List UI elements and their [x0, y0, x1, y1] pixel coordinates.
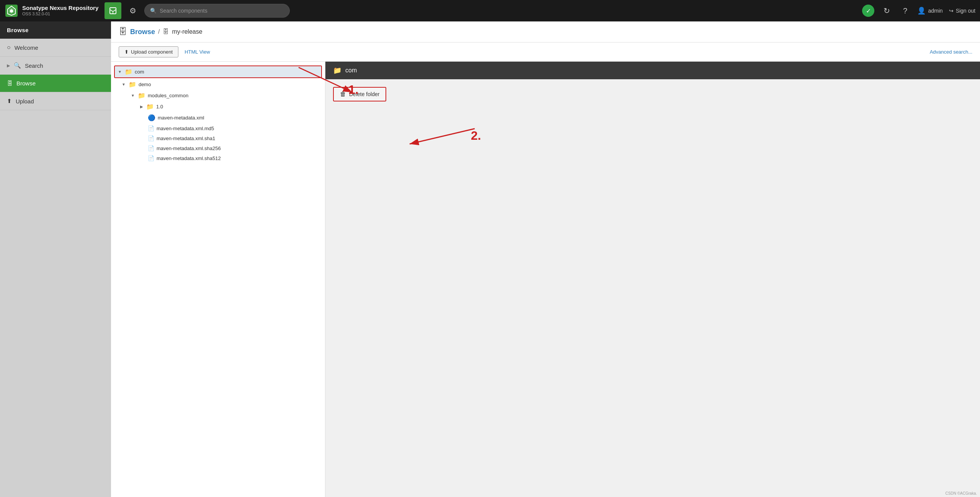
- system-status-icon: ✓: [862, 5, 874, 17]
- tree-label-maven-metadata-sha1: maven-metadata.xml.sha1: [157, 136, 215, 141]
- sidebar-item-browse[interactable]: 🗄 Browse: [0, 75, 111, 92]
- sidebar-upload-label: Upload: [16, 98, 34, 105]
- html-view-link[interactable]: HTML View: [185, 49, 210, 55]
- sidebar-item-search[interactable]: ▶ 🔍 Search: [0, 57, 111, 75]
- box-icon: [109, 7, 117, 15]
- breadcrumb-browse-link[interactable]: Browse: [130, 28, 155, 36]
- brand-title: Sonatype Nexus Repository: [22, 5, 98, 11]
- user-area[interactable]: 👤 admin: [917, 7, 942, 15]
- help-button[interactable]: ?: [899, 5, 911, 17]
- tree-label-maven-metadata-sha256: maven-metadata.xml.sha256: [157, 146, 221, 151]
- file-icon-md5: 📄: [148, 125, 154, 131]
- file-icon-sha512: 📄: [148, 155, 154, 161]
- topnav: Sonatype Nexus Repository OSS 3.52.0-01 …: [0, 0, 980, 21]
- breadcrumb-current-repo: my-release: [172, 28, 202, 35]
- tree-item-modules-common[interactable]: ▼ 📁 modules_common: [111, 90, 325, 101]
- sidebar-header: Browse: [0, 21, 111, 39]
- sonatype-logo-icon: [5, 4, 18, 18]
- file-icon-sha1: 📄: [148, 135, 154, 141]
- sidebar-browse-label: Browse: [16, 80, 36, 87]
- expand-tri-1-0: ▶: [140, 105, 143, 109]
- advanced-search-link[interactable]: Advanced search...: [930, 49, 972, 55]
- tree-label-com: com: [135, 69, 144, 75]
- username-label: admin: [928, 8, 942, 14]
- brand-text: Sonatype Nexus Repository OSS 3.52.0-01: [22, 5, 98, 16]
- search-icon: 🔍: [150, 8, 157, 14]
- tree-item-demo[interactable]: ▼ 📁 demo: [111, 79, 325, 90]
- folder-icon-modules: 📁: [138, 92, 145, 99]
- tree-item-maven-metadata-md5[interactable]: 📄 maven-metadata.xml.md5: [111, 123, 325, 133]
- search-nav-icon: 🔍: [14, 62, 21, 69]
- expand-tri-modules: ▼: [131, 93, 135, 98]
- signout-label: Sign out: [956, 8, 975, 14]
- xml-file-icon: 🔵: [148, 114, 155, 121]
- breadcrumb-repo-icon: 🗄: [163, 28, 169, 35]
- user-icon: 👤: [917, 7, 926, 15]
- credits: CSDN ©ACGraka.: [946, 491, 977, 495]
- settings-button[interactable]: ⚙: [124, 2, 141, 19]
- tree-item-maven-metadata-sha1[interactable]: 📄 maven-metadata.xml.sha1: [111, 133, 325, 143]
- home-nav-button[interactable]: [105, 2, 121, 19]
- folder-icon-com: 📁: [125, 68, 132, 75]
- brand-subtitle: OSS 3.52.0-01: [22, 11, 98, 16]
- tree-item-maven-metadata-sha256[interactable]: 📄 maven-metadata.xml.sha256: [111, 143, 325, 153]
- folder-icon-demo: 📁: [129, 81, 136, 88]
- breadcrumb-bar: 🗄 Browse / 🗄 my-release: [111, 21, 980, 43]
- sidebar-welcome-label: Welcome: [15, 44, 38, 51]
- sidebar-item-welcome[interactable]: ○ Welcome: [0, 39, 111, 57]
- tree-label-modules-common: modules_common: [148, 93, 188, 98]
- file-tree[interactable]: ▼ 📁 com ▼ 📁 demo ▼ 📁 modules_common: [111, 62, 325, 497]
- detail-header-label: com: [345, 67, 357, 74]
- database-icon: 🗄: [119, 27, 127, 37]
- tree-item-maven-metadata-sha512[interactable]: 📄 maven-metadata.xml.sha512: [111, 153, 325, 163]
- search-input[interactable]: [160, 8, 284, 14]
- delete-folder-button[interactable]: 🗑 Delete folder: [333, 87, 386, 101]
- tree-label-demo: demo: [139, 82, 151, 87]
- toolbar: ⬆ Upload component HTML View Advanced se…: [111, 43, 980, 62]
- upload-icon: ⬆: [7, 98, 12, 105]
- search-bar[interactable]: 🔍: [144, 4, 290, 18]
- refresh-button[interactable]: ↻: [880, 5, 893, 17]
- detail-body: 🗑 Delete folder: [325, 79, 980, 109]
- upload-btn-icon: ⬆: [124, 49, 129, 55]
- sidebar-search-label: Search: [25, 62, 43, 69]
- sidebar-item-upload[interactable]: ⬆ Upload: [0, 92, 111, 110]
- breadcrumb-separator: /: [158, 28, 160, 35]
- expand-icon: ▶: [7, 63, 10, 68]
- browse-content: ▼ 📁 com ▼ 📁 demo ▼ 📁 modules_common: [111, 62, 980, 497]
- signout-icon: ↪: [949, 8, 954, 14]
- folder-icon-1-0: 📁: [146, 103, 154, 110]
- sidebar: Browse ○ Welcome ▶ 🔍 Search 🗄 Browse ⬆ U…: [0, 21, 111, 497]
- delete-folder-label: Delete folder: [349, 91, 379, 97]
- upload-btn-label: Upload component: [131, 49, 173, 55]
- gear-icon: ⚙: [129, 6, 136, 15]
- trash-icon: 🗑: [340, 91, 346, 98]
- browse-icon: 🗄: [7, 80, 13, 87]
- signout-button[interactable]: ↪ Sign out: [949, 8, 975, 14]
- tree-item-maven-metadata-xml[interactable]: 🔵 maven-metadata.xml: [111, 112, 325, 123]
- brand-logo: [5, 4, 18, 18]
- detail-header: 📁 com: [325, 62, 980, 79]
- upload-component-button[interactable]: ⬆ Upload component: [119, 46, 178, 57]
- detail-panel: 📁 com 🗑 Delete folder: [325, 62, 980, 497]
- file-icon-sha256: 📄: [148, 145, 154, 151]
- nav-actions: ✓ ↻ ? 👤 admin ↪ Sign out: [862, 5, 975, 17]
- tree-label-maven-metadata-sha512: maven-metadata.xml.sha512: [157, 155, 221, 161]
- main-layout: Browse ○ Welcome ▶ 🔍 Search 🗄 Browse ⬆ U…: [0, 21, 980, 497]
- brand: Sonatype Nexus Repository OSS 3.52.0-01: [5, 4, 98, 18]
- tree-label-maven-metadata-xml: maven-metadata.xml: [158, 115, 204, 121]
- expand-tri-demo: ▼: [122, 82, 126, 87]
- content-area: 🗄 Browse / 🗄 my-release ⬆ Upload compone…: [111, 21, 980, 497]
- welcome-icon: ○: [7, 44, 11, 51]
- tree-label-maven-metadata-md5: maven-metadata.xml.md5: [157, 126, 214, 131]
- tree-item-com[interactable]: ▼ 📁 com: [114, 65, 322, 78]
- tree-label-1-0: 1.0: [156, 104, 163, 110]
- expand-tri-com: ▼: [118, 70, 122, 74]
- detail-folder-icon: 📁: [333, 66, 341, 75]
- tree-item-1-0[interactable]: ▶ 📁 1.0: [111, 101, 325, 112]
